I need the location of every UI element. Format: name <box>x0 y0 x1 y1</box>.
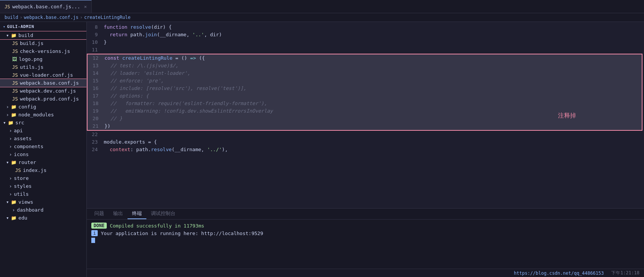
sidebar-item-logo[interactable]: 🖼 logo.png <box>0 55 86 63</box>
folder-icon: 📁 <box>11 104 17 110</box>
folder-icon: 📁 <box>11 215 17 221</box>
status-time: 下午1:21:18 <box>611 270 639 276</box>
folder-label: components <box>14 144 43 149</box>
js-icon: JS <box>12 64 18 70</box>
folder-label: router <box>18 159 36 165</box>
js-icon: JS <box>12 48 18 54</box>
annotation-text: 注释掉 <box>558 112 576 120</box>
sidebar-folder-dashboard[interactable]: › dashboard <box>0 206 86 214</box>
chevron-right-icon: › <box>9 175 12 181</box>
sidebar-folder-utils[interactable]: › utils <box>0 190 86 198</box>
code-line: 14 // loader: 'eslint-loader', <box>88 70 642 77</box>
js-icon: JS <box>12 96 18 102</box>
sidebar-folder-assets[interactable]: › assets <box>0 135 86 142</box>
js-icon: JS <box>12 80 18 86</box>
terminal-tab-bar: 问题 输出 终端 调试控制台 <box>87 209 644 220</box>
sidebar-folder-config[interactable]: › 📁 config <box>0 103 86 111</box>
chevron-down-icon: ▾ <box>3 120 6 125</box>
sidebar-item-router-index[interactable]: JS index.js <box>0 166 86 174</box>
status-url: https://blog.csdn.net/qq_44866153 <box>514 271 604 276</box>
csdn-link[interactable]: https://blog.csdn.net/qq_44866153 <box>514 271 604 276</box>
file-label: vue-loader.conf.js <box>20 72 73 78</box>
sidebar-item-webpack-prod[interactable]: JS webpack.prod.conf.js <box>0 95 86 103</box>
tab-bar: JS webpack.base.conf.js... × <box>0 0 644 13</box>
folder-label: config <box>18 104 36 110</box>
chevron-down-icon: ▾ <box>6 199 9 205</box>
sidebar-item-vue-loader[interactable]: JS vue-loader.conf.js <box>0 71 86 79</box>
sidebar-folder-views[interactable]: ▾ 📁 views <box>0 198 86 206</box>
sidebar-folder-components[interactable]: › components <box>0 142 86 150</box>
code-line: 23 module.exports = { <box>87 138 644 146</box>
code-line: 24 context: path.resolve(__dirname, '../… <box>87 146 644 153</box>
tab-terminal[interactable]: 终端 <box>128 209 146 219</box>
sidebar-folder-build[interactable]: ▾ 📁 build <box>0 31 86 39</box>
sidebar-root-label: GULI-ADMIN <box>7 24 34 29</box>
folder-icon: 📁 <box>11 160 17 165</box>
sidebar-item-utils-js[interactable]: JS utils.js <box>0 63 86 71</box>
folder-label: dashboard <box>17 207 43 213</box>
chevron-right-icon: › <box>6 104 9 110</box>
terminal-content: DONE Compiled successfully in 11793ms i … <box>87 220 644 269</box>
chevron-right-icon: › <box>9 128 12 133</box>
tab-label: webpack.base.conf.js... <box>12 4 80 9</box>
tab-output[interactable]: 输出 <box>109 209 128 219</box>
sidebar-folder-src[interactable]: ▾ 📁 src <box>0 119 86 127</box>
chevron-right-icon: › <box>6 112 9 118</box>
sidebar-folder-store[interactable]: › store <box>0 174 86 182</box>
tab-problems[interactable]: 问题 <box>90 209 109 219</box>
terminal-panel: 问题 输出 终端 调试控制台 DONE Compiled successfull… <box>87 208 644 269</box>
file-label: check-versions.js <box>20 48 70 54</box>
tab-debug-console[interactable]: 调试控制台 <box>146 209 180 219</box>
folder-label: icons <box>14 152 29 157</box>
done-badge: DONE <box>91 223 107 229</box>
file-label: webpack.base.conf.js <box>20 80 79 86</box>
chevron-right-icon: › <box>9 183 12 189</box>
editor-tab-webpack-base[interactable]: JS webpack.base.conf.js... × <box>0 0 92 13</box>
chevron-right-icon: › <box>9 144 12 149</box>
folder-label: utils <box>14 191 29 197</box>
code-line: 22 <box>87 131 644 138</box>
js-icon: JS <box>12 88 18 94</box>
info-badge: i <box>91 230 98 236</box>
code-line: 16 // include: [resolve('src'), resolve(… <box>88 85 642 92</box>
chevron-right-icon: › <box>9 136 12 141</box>
sidebar: ▾ GULI-ADMIN ▾ 📁 build JS build.js JS ch… <box>0 22 87 277</box>
sidebar-item-webpack-dev[interactable]: JS webpack.dev.conf.js <box>0 87 86 95</box>
folder-label: store <box>14 175 29 181</box>
sidebar-root-header[interactable]: ▾ GULI-ADMIN <box>0 22 86 31</box>
sidebar-item-build-js[interactable]: JS build.js <box>0 39 86 47</box>
folder-label: edu <box>18 215 27 221</box>
code-line: 13 // test: /\.(js|vue)$/, <box>88 62 642 70</box>
sidebar-folder-router[interactable]: ▾ 📁 router <box>0 158 86 166</box>
code-line: 12 const createLintingRule = () => ({ <box>88 54 642 62</box>
close-icon[interactable]: × <box>84 4 87 9</box>
file-label: build.js <box>20 40 44 46</box>
sidebar-folder-styles[interactable]: › styles <box>0 182 86 190</box>
folder-icon: 📁 <box>8 120 14 125</box>
breadcrumb-file: webpack.base.conf.js <box>24 15 78 20</box>
folder-label: views <box>18 199 33 205</box>
sidebar-folder-edu[interactable]: ▾ 📁 edu <box>0 214 86 222</box>
code-editor[interactable]: 注释掉 8 function resolve(dir) { 9 return p… <box>87 22 644 208</box>
terminal-cursor-line <box>91 238 639 243</box>
chevron-down-icon: ▾ <box>6 215 9 221</box>
folder-build-label: build <box>18 32 33 38</box>
folder-icon: 📁 <box>11 33 17 38</box>
sidebar-folder-api[interactable]: › api <box>0 127 86 135</box>
file-label: webpack.prod.conf.js <box>20 96 79 102</box>
js-icon: JS <box>15 167 21 173</box>
folder-label: src <box>15 120 24 125</box>
terminal-line-done: DONE Compiled successfully in 11793ms <box>91 223 639 229</box>
breadcrumb-symbol: createLintingRule <box>84 15 131 20</box>
js-icon: JS <box>12 40 18 46</box>
js-icon: JS <box>12 72 18 78</box>
sidebar-item-webpack-base[interactable]: JS webpack.base.conf.js <box>0 79 86 87</box>
sidebar-folder-node-modules[interactable]: › 📁 node_modules <box>0 111 86 119</box>
folder-label: styles <box>14 183 32 189</box>
folder-label: node_modules <box>18 112 54 118</box>
breadcrumb-build: build <box>5 15 18 20</box>
sidebar-item-check-versions[interactable]: JS check-versions.js <box>0 47 86 55</box>
sidebar-folder-icons[interactable]: › icons <box>0 150 86 158</box>
code-line: 17 // options: { <box>88 92 642 100</box>
file-label: webpack.dev.conf.js <box>20 88 76 94</box>
